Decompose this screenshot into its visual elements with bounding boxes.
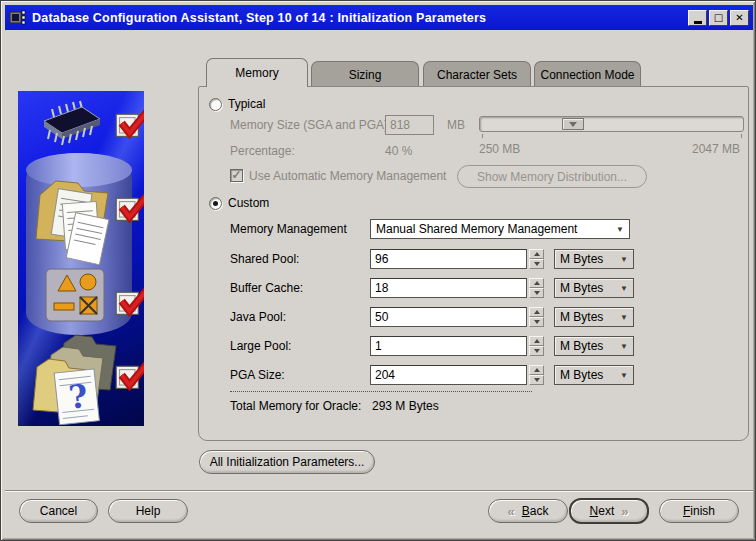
spinner-down-button[interactable] xyxy=(529,375,544,385)
button-label: Finish xyxy=(683,504,715,518)
spinner-up-button[interactable] xyxy=(529,365,544,375)
spinner-up-button[interactable] xyxy=(529,307,544,317)
memory-management-select[interactable]: Manual Shared Memory Management ▼ xyxy=(370,219,630,239)
back-button[interactable]: « Back xyxy=(488,499,568,523)
tab-label: Memory xyxy=(235,66,278,80)
typical-radio-label: Typical xyxy=(228,97,265,111)
help-button[interactable]: Help xyxy=(108,499,188,523)
tab-label: Connection Mode xyxy=(540,68,634,82)
red-checkmark-icon xyxy=(114,103,144,141)
button-label: Next xyxy=(590,504,615,518)
wizard-graphic: ? xyxy=(18,91,144,426)
unit-value: M Bytes xyxy=(560,281,603,295)
memory-size-unit: MB xyxy=(447,118,465,132)
spinner-down-button[interactable] xyxy=(529,346,544,356)
minimize-icon xyxy=(694,21,702,24)
title-bar: Database Configuration Assistant, Step 1… xyxy=(5,5,753,30)
large-pool-unit-select[interactable]: M Bytes ▼ xyxy=(554,336,634,356)
step-check-4 xyxy=(114,355,144,393)
custom-radio[interactable] xyxy=(209,197,222,210)
dropdown-arrow-icon: ▼ xyxy=(620,284,628,293)
dropdown-arrow-icon: ▼ xyxy=(616,225,624,234)
red-checkmark-icon xyxy=(114,355,144,393)
all-initialization-parameters-button[interactable]: All Initialization Parameters... xyxy=(199,450,375,474)
spinner-up-icon xyxy=(534,368,540,372)
close-button[interactable]: ✕ xyxy=(730,10,749,26)
dropdown-arrow-icon: ▼ xyxy=(620,255,628,264)
tab-strip: Memory Sizing Character Sets Connection … xyxy=(198,58,749,87)
spinner-up-button[interactable] xyxy=(529,336,544,346)
typical-radio[interactable] xyxy=(209,98,222,111)
close-icon: ✕ xyxy=(735,12,743,23)
tab-connection-mode[interactable]: Connection Mode xyxy=(534,61,641,87)
shared-pool-input[interactable] xyxy=(370,249,527,269)
memory-size-label: Memory Size (SGA and PGA): xyxy=(230,118,391,132)
slider-tick-max xyxy=(741,134,742,138)
unit-value: M Bytes xyxy=(560,310,603,324)
red-checkmark-icon xyxy=(114,187,144,225)
memory-size-input xyxy=(385,115,434,135)
buffer-cache-unit-select[interactable]: M Bytes ▼ xyxy=(554,278,634,298)
slider-thumb-arrow-icon xyxy=(569,122,577,127)
total-memory-label: Total Memory for Oracle: xyxy=(230,399,361,413)
step-check-1 xyxy=(114,103,144,141)
dialog-window: Database Configuration Assistant, Step 1… xyxy=(0,0,756,541)
spinner-down-button[interactable] xyxy=(529,288,544,298)
tab-character-sets[interactable]: Character Sets xyxy=(423,61,531,87)
spinner-down-button[interactable] xyxy=(529,259,544,269)
red-checkmark-icon xyxy=(114,281,144,319)
spinner-up-button[interactable] xyxy=(529,278,544,288)
pga-size-spinner[interactable] xyxy=(529,365,544,385)
spinner-down-icon xyxy=(534,320,540,324)
button-label: Back xyxy=(522,504,549,518)
tab-label: Sizing xyxy=(349,68,382,82)
folders-question-icon: ? xyxy=(24,329,128,425)
dropdown-arrow-icon: ▼ xyxy=(620,371,628,380)
large-pool-spinner[interactable] xyxy=(529,336,544,356)
tab-sizing[interactable]: Sizing xyxy=(311,61,419,87)
spinner-down-icon xyxy=(534,378,540,382)
dropdown-arrow-icon: ▼ xyxy=(620,342,628,351)
spinner-up-icon xyxy=(534,252,540,256)
finish-button[interactable]: Finish xyxy=(659,499,739,523)
button-label: All Initialization Parameters... xyxy=(210,455,365,469)
dropdown-arrow-icon: ▼ xyxy=(620,313,628,322)
spinner-down-button[interactable] xyxy=(529,317,544,327)
buffer-cache-label: Buffer Cache: xyxy=(230,281,303,295)
unit-value: M Bytes xyxy=(560,339,603,353)
large-pool-input[interactable] xyxy=(370,336,527,356)
memory-slider-thumb[interactable] xyxy=(562,118,584,130)
shared-pool-unit-select[interactable]: M Bytes ▼ xyxy=(554,249,634,269)
pga-size-unit-select[interactable]: M Bytes ▼ xyxy=(554,365,634,385)
maximize-button[interactable]: □ xyxy=(709,10,728,26)
checkbox-check-icon: ✓ xyxy=(231,168,241,182)
unit-value: M Bytes xyxy=(560,252,603,266)
spinner-down-icon xyxy=(534,349,540,353)
pga-size-input[interactable] xyxy=(370,365,527,385)
java-pool-unit-select[interactable]: M Bytes ▼ xyxy=(554,307,634,327)
slider-tick-min xyxy=(482,134,483,138)
back-chevron-icon: « xyxy=(508,504,515,519)
spinner-down-icon xyxy=(534,291,540,295)
minimize-button[interactable] xyxy=(688,10,707,26)
total-separator xyxy=(230,391,532,392)
spinner-down-icon xyxy=(534,262,540,266)
total-memory-value: 293 M Bytes xyxy=(372,399,439,413)
java-pool-spinner[interactable] xyxy=(529,307,544,327)
next-button[interactable]: Next » xyxy=(569,498,649,524)
tab-memory[interactable]: Memory xyxy=(206,58,308,87)
buffer-cache-spinner[interactable] xyxy=(529,278,544,298)
java-pool-label: Java Pool: xyxy=(230,310,286,324)
button-label: Show Memory Distribution... xyxy=(477,170,627,184)
spinner-up-button[interactable] xyxy=(529,249,544,259)
shared-pool-label: Shared Pool: xyxy=(230,252,299,266)
memory-slider[interactable] xyxy=(479,116,744,132)
java-pool-input[interactable] xyxy=(370,307,527,327)
chip-icon xyxy=(26,97,114,155)
cancel-button[interactable]: Cancel xyxy=(19,499,98,523)
buffer-cache-input[interactable] xyxy=(370,278,527,298)
pga-size-label: PGA Size: xyxy=(230,368,285,382)
large-pool-label: Large Pool: xyxy=(230,339,291,353)
shared-pool-spinner[interactable] xyxy=(529,249,544,269)
shapes-panel-icon xyxy=(44,267,108,325)
